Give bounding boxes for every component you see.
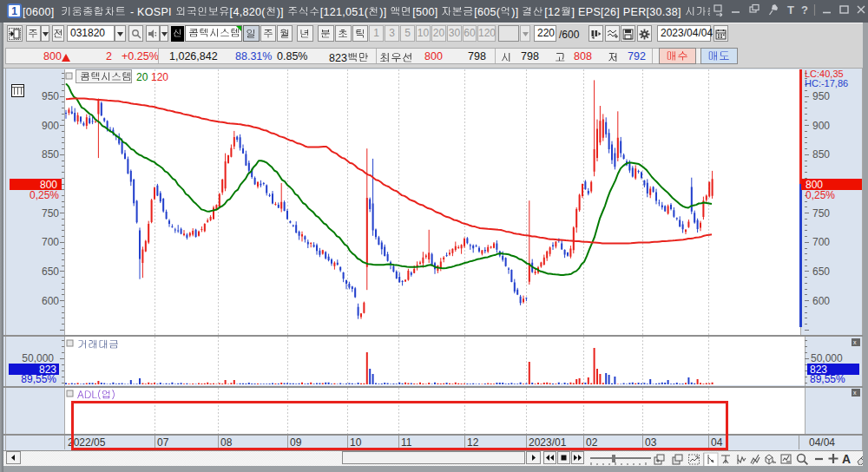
- svg-text:600: 600: [42, 295, 59, 307]
- svg-text:900: 900: [812, 120, 830, 132]
- svg-text:850: 850: [812, 148, 830, 161]
- svg-text:11: 11: [401, 436, 412, 449]
- svg-text:04/04: 04/04: [809, 436, 835, 449]
- svg-text:120: 120: [151, 71, 168, 83]
- svg-text:0,25%: 0,25%: [30, 189, 59, 201]
- svg-text:03: 03: [645, 436, 657, 449]
- svg-text:?: ?: [801, 3, 808, 16]
- svg-text:0,25%: 0,25%: [806, 189, 835, 201]
- svg-text:02: 02: [586, 436, 598, 449]
- svg-text:07: 07: [157, 436, 169, 449]
- svg-text:900: 900: [42, 120, 59, 132]
- svg-text:x: x: [853, 390, 857, 396]
- svg-text:T: T: [787, 3, 794, 16]
- svg-text:650: 650: [812, 266, 830, 278]
- svg-text:89,55%: 89,55%: [810, 373, 845, 385]
- svg-text:850: 850: [42, 148, 59, 161]
- svg-text:89,55%: 89,55%: [21, 373, 56, 385]
- svg-text:12: 12: [467, 436, 479, 449]
- svg-text:2023/01: 2023/01: [529, 436, 567, 449]
- svg-text:10: 10: [350, 436, 362, 449]
- svg-text:08: 08: [220, 436, 233, 449]
- svg-text:x: x: [853, 339, 857, 345]
- svg-text:04: 04: [711, 436, 723, 449]
- svg-text:950: 950: [812, 90, 830, 102]
- svg-text:20: 20: [136, 71, 148, 83]
- svg-text:750: 750: [42, 207, 59, 220]
- svg-text:HC:-17,86: HC:-17,86: [805, 78, 848, 88]
- svg-text:750: 750: [812, 207, 830, 220]
- svg-text:2022/05: 2022/05: [68, 436, 106, 449]
- svg-text:600: 600: [812, 295, 830, 307]
- svg-text:09: 09: [290, 436, 302, 449]
- svg-text:650: 650: [42, 266, 59, 278]
- svg-text:700: 700: [812, 236, 830, 248]
- svg-text:950: 950: [42, 90, 59, 102]
- svg-text:700: 700: [42, 236, 59, 248]
